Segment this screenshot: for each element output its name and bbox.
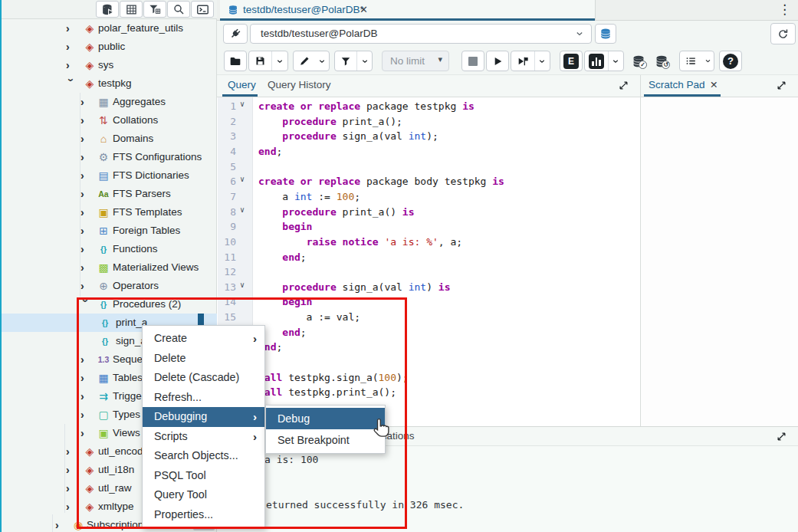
- tree-item-aggregates[interactable]: ›▦Aggregates: [2, 93, 217, 111]
- edit-button[interactable]: [294, 51, 315, 71]
- tree-item-materialized-views[interactable]: ›▩Materialized Views: [2, 258, 217, 277]
- chevron-collapsed-icon[interactable]: ›: [66, 498, 77, 516]
- reconnect-button[interactable]: [770, 23, 796, 44]
- save-button-group: [248, 51, 288, 71]
- tab-scratch-pad[interactable]: Scratch Pad: [649, 75, 705, 95]
- tree-item-polar-feature-utils[interactable]: ›◈polar_feature_utils: [2, 19, 217, 38]
- expand-editor-icon[interactable]: [618, 80, 629, 91]
- chevron-collapsed-icon[interactable]: ›: [66, 461, 77, 479]
- chevron-collapsed-icon[interactable]: ›: [80, 369, 91, 387]
- menu-item-query-tool[interactable]: Query Tool: [143, 485, 264, 505]
- new-connection-button[interactable]: [595, 24, 616, 44]
- chevron-collapsed-icon[interactable]: ›: [55, 516, 66, 532]
- query-tool-button[interactable]: [96, 1, 119, 18]
- close-tab-icon[interactable]: ✕: [360, 0, 368, 19]
- tree-item-functions[interactable]: ›{}Functions: [2, 240, 217, 258]
- chevron-collapsed-icon[interactable]: ›: [80, 185, 91, 203]
- chevron-collapsed-icon[interactable]: ›: [80, 93, 91, 111]
- chevron-expanded-icon[interactable]: ›: [62, 78, 80, 89]
- explain-button[interactable]: E: [560, 51, 583, 71]
- save-button[interactable]: [249, 51, 271, 71]
- row-limit-select[interactable]: No limit ▾: [382, 51, 449, 71]
- query-tool-tab[interactable]: testdb/testuser@PolarDB* ✕: [220, 0, 596, 21]
- chevron-collapsed-icon[interactable]: ›: [80, 148, 91, 166]
- macros-button[interactable]: [679, 51, 714, 71]
- filter-button[interactable]: [335, 51, 356, 71]
- menu-item-delete-cascade[interactable]: Delete (Cascade): [143, 368, 264, 388]
- fold-marker-icon[interactable]: ∨: [240, 175, 245, 183]
- chevron-collapsed-icon[interactable]: ›: [80, 350, 91, 369]
- commit-button[interactable]: ✓: [627, 51, 650, 71]
- execute-from-cursor-button[interactable]: [511, 51, 534, 71]
- tree-item-fts-parsers[interactable]: ›AaFTS Parsers: [2, 185, 217, 203]
- chevron-collapsed-icon[interactable]: ›: [80, 203, 91, 222]
- menu-item-debug[interactable]: Debug: [266, 408, 385, 429]
- tree-item-fts-dictionaries[interactable]: ›▤FTS Dictionaries: [2, 166, 217, 185]
- psql-tool-button[interactable]: [191, 1, 214, 18]
- search-objects-button[interactable]: [167, 1, 190, 18]
- tree-item-collations[interactable]: ›⇅Collations: [2, 111, 217, 130]
- filter-options-caret[interactable]: [357, 51, 372, 71]
- chevron-collapsed-icon[interactable]: ›: [80, 222, 91, 240]
- tree-item-fts-templates[interactable]: ›▣FTS Templates: [2, 203, 217, 222]
- stop-button[interactable]: [461, 51, 484, 71]
- menu-item-properties[interactable]: Properties...: [143, 505, 264, 525]
- help-button[interactable]: ?: [719, 51, 742, 71]
- chevron-collapsed-icon[interactable]: ›: [66, 479, 77, 498]
- explain-analyze-button[interactable]: [585, 51, 608, 71]
- menu-item-delete[interactable]: Delete: [143, 349, 264, 369]
- menu-item-search-objects[interactable]: Search Objects...: [143, 446, 264, 466]
- scratch-pad-area[interactable]: [641, 97, 798, 426]
- expand-scratch-pad-icon[interactable]: [776, 80, 787, 91]
- menu-item-set-breakpoint[interactable]: Set Breakpoint: [266, 429, 385, 451]
- chevron-collapsed-icon[interactable]: ›: [66, 442, 77, 461]
- tree-item-sys[interactable]: ›◈sys: [2, 56, 217, 74]
- menu-item-refresh[interactable]: Refresh...: [143, 388, 264, 408]
- chevron-collapsed-icon[interactable]: ›: [80, 111, 91, 130]
- tree-item-foreign-tables[interactable]: ›⊞Foreign Tables: [2, 222, 217, 240]
- chevron-collapsed-icon[interactable]: ›: [80, 258, 91, 277]
- execute-button[interactable]: [486, 51, 509, 71]
- chevron-collapsed-icon[interactable]: ›: [66, 38, 77, 56]
- view-data-button[interactable]: [120, 1, 143, 18]
- execute-options-caret[interactable]: [535, 51, 550, 71]
- filtered-rows-button[interactable]: [143, 1, 166, 18]
- tab-query[interactable]: Query: [228, 75, 256, 95]
- chevron-collapsed-icon[interactable]: ›: [80, 166, 91, 185]
- connection-status-button[interactable]: [223, 24, 248, 44]
- tree-item-fts-configurations[interactable]: ›⚙FTS Configurations: [2, 148, 217, 166]
- menu-item-psql-tool[interactable]: PSQL Tool: [143, 466, 264, 486]
- line-number: 15: [218, 311, 236, 323]
- chevron-collapsed-icon[interactable]: ›: [80, 424, 91, 442]
- chevron-collapsed-icon[interactable]: ›: [66, 19, 77, 38]
- fold-marker-icon[interactable]: ∨: [240, 281, 245, 289]
- tab-query-history[interactable]: Query History: [268, 75, 331, 95]
- tree-item-operators[interactable]: ›⊕Operators: [2, 277, 217, 295]
- fold-marker-icon[interactable]: ∨: [240, 205, 245, 214]
- menu-item-debugging[interactable]: Debugging›: [143, 407, 264, 427]
- tree-item-domains[interactable]: ›⌂Domains: [2, 130, 217, 148]
- line-number: 7: [218, 191, 236, 202]
- tree-item-procedures-2[interactable]: ›{}Procedures (2): [2, 295, 217, 314]
- chevron-collapsed-icon[interactable]: ›: [80, 387, 91, 406]
- expand-output-icon[interactable]: [776, 431, 787, 442]
- chevron-collapsed-icon[interactable]: ›: [66, 56, 77, 74]
- close-scratch-pad-icon[interactable]: ✕: [710, 75, 718, 95]
- edit-options-caret[interactable]: [315, 51, 329, 71]
- explain-options-caret[interactable]: [609, 51, 623, 71]
- chevron-collapsed-icon[interactable]: ›: [80, 406, 91, 424]
- kebab-menu-icon[interactable]: ⋮: [778, 2, 791, 18]
- chevron-collapsed-icon[interactable]: ›: [80, 130, 91, 148]
- menu-item-scripts[interactable]: Scripts›: [143, 427, 264, 447]
- chevron-expanded-icon[interactable]: ›: [77, 299, 95, 310]
- connection-select[interactable]: testdb/testuser@PolarDB: [250, 24, 592, 44]
- save-options-caret[interactable]: [272, 51, 287, 71]
- tree-item-testpkg[interactable]: ›◈testpkg: [2, 74, 217, 93]
- chevron-collapsed-icon[interactable]: ›: [80, 277, 91, 295]
- chevron-collapsed-icon[interactable]: ›: [80, 240, 91, 258]
- rollback-button[interactable]: ↺: [650, 51, 673, 71]
- fold-marker-icon[interactable]: ∨: [240, 100, 245, 108]
- menu-item-create[interactable]: Create›: [143, 329, 264, 349]
- tree-item-public[interactable]: ›◈public: [2, 38, 217, 56]
- open-file-button[interactable]: [224, 51, 247, 71]
